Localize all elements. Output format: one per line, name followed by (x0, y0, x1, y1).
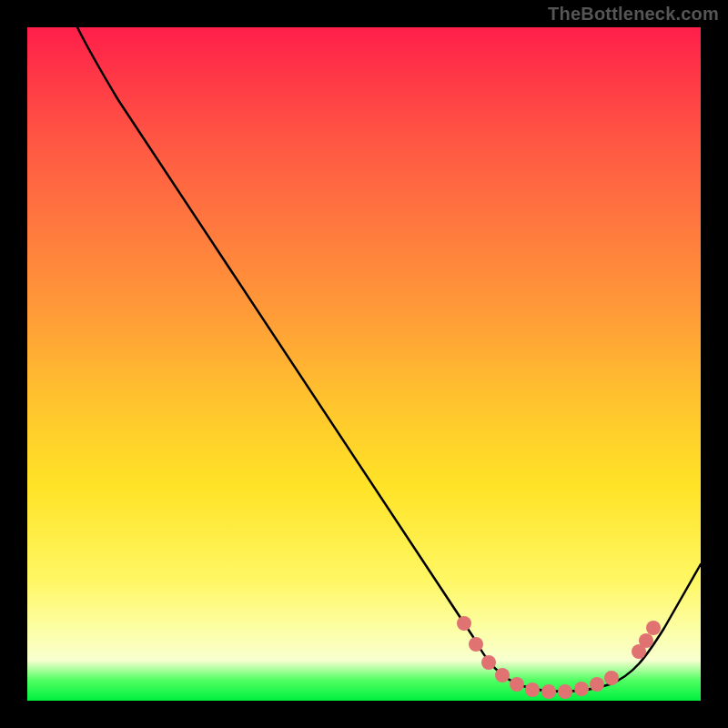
svg-point-7 (558, 684, 572, 699)
watermark-text: TheBottleneck.com (548, 4, 719, 25)
main-curve (77, 27, 701, 692)
svg-point-13 (646, 621, 661, 635)
svg-point-12 (639, 633, 653, 648)
chart-frame: TheBottleneck.com (0, 0, 728, 728)
plot-area (27, 27, 701, 701)
svg-point-1 (469, 637, 483, 652)
svg-point-9 (590, 677, 604, 692)
svg-point-8 (574, 682, 589, 696)
svg-point-5 (525, 682, 540, 697)
svg-point-0 (457, 616, 471, 631)
svg-point-6 (541, 684, 556, 699)
svg-point-2 (481, 655, 496, 670)
svg-point-10 (604, 671, 619, 685)
svg-point-3 (495, 668, 510, 682)
highlight-segment (457, 616, 661, 699)
chart-svg (27, 27, 701, 701)
svg-point-4 (510, 677, 524, 692)
